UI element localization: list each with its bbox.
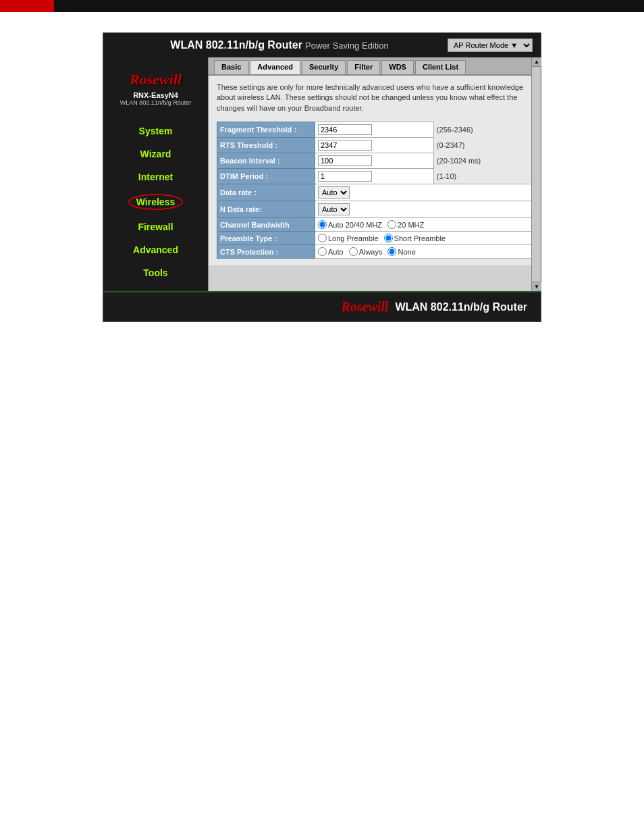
- table-row-channel-bw: Channel Bandwidth Auto 20/40 MHZ: [217, 218, 533, 232]
- channel-bw-20-label[interactable]: 20 MHZ: [387, 220, 424, 229]
- router-ui: WLAN 802.11n/b/g Router Power Saving Edi…: [103, 32, 541, 322]
- preamble-label: Preamble Type :: [217, 232, 315, 245]
- dtim-period-cell: [315, 169, 434, 184]
- channel-bw-group: Auto 20/40 MHZ 20 MHZ: [318, 220, 529, 229]
- nav-wireless-link[interactable]: Wireless: [128, 194, 183, 210]
- device-name: RNX-EasyN4: [103, 91, 208, 99]
- channel-bw-20-radio[interactable]: [387, 220, 396, 229]
- channel-bw-20-text: 20 MHZ: [398, 221, 424, 229]
- dtim-period-input[interactable]: [318, 171, 372, 182]
- channel-bw-auto-text: Auto 20/40 MHZ: [328, 221, 382, 229]
- nav-wizard-link[interactable]: Wizard: [140, 149, 171, 159]
- sidebar-item-internet[interactable]: Internet: [103, 165, 208, 188]
- rts-threshold-label: RTS Threshold :: [217, 138, 315, 153]
- sidebar-item-wizard[interactable]: Wizard: [103, 142, 208, 165]
- channel-bw-auto-label[interactable]: Auto 20/40 MHZ: [318, 220, 382, 229]
- table-row: Beacon Interval : (20-1024 ms): [217, 153, 533, 169]
- cts-always-label[interactable]: Always: [349, 247, 383, 256]
- fragment-threshold-label: Fragment Threshold :: [217, 122, 315, 138]
- nav-internet-link[interactable]: Internet: [138, 172, 173, 182]
- cts-auto-text: Auto: [328, 248, 344, 256]
- tab-filter[interactable]: Filter: [347, 60, 380, 74]
- table-row-n-data-rate: N Data rate: Auto: [217, 201, 533, 218]
- rts-threshold-cell: [315, 138, 434, 153]
- n-data-rate-select[interactable]: Auto: [318, 203, 350, 215]
- sidebar-item-tools[interactable]: Tools: [103, 261, 208, 284]
- rts-threshold-input[interactable]: [318, 140, 372, 151]
- top-bar: [0, 0, 644, 12]
- settings-table: Fragment Threshold : (256-2346) RTS Thre…: [217, 122, 533, 259]
- scroll-up-button[interactable]: ▲: [532, 57, 541, 67]
- fragment-threshold-cell: [315, 122, 434, 138]
- beacon-interval-input[interactable]: [318, 155, 372, 166]
- cts-group: Auto Always None: [318, 247, 529, 256]
- brand-area: Rosewill RNX-EasyN4 WLAN 802.11n/b/g Rou…: [103, 64, 208, 120]
- router-footer: Rosewill WLAN 802.11n/b/g Router: [103, 291, 541, 321]
- sidebar-item-advanced[interactable]: Advanced: [103, 238, 208, 261]
- footer-logo: Rosewill: [341, 299, 388, 315]
- cts-label: CTS Protection :: [217, 245, 315, 259]
- cts-always-radio[interactable]: [349, 247, 358, 256]
- tab-wds[interactable]: WDS: [381, 60, 414, 74]
- beacon-interval-hint: (20-1024 ms): [433, 153, 532, 169]
- sidebar-item-system[interactable]: System: [103, 120, 208, 142]
- sub-title-span: Power Saving Edition: [305, 41, 389, 51]
- fragment-threshold-input[interactable]: [318, 124, 372, 135]
- preamble-long-radio[interactable]: [318, 234, 327, 242]
- preamble-long-text: Long Preamble: [328, 234, 379, 242]
- preamble-short-label[interactable]: Short Preamble: [384, 234, 446, 242]
- cts-auto-label[interactable]: Auto: [318, 247, 344, 256]
- cts-cell: Auto Always None: [315, 245, 533, 259]
- header-title: WLAN 802.11n/b/g Router Power Saving Edi…: [111, 39, 448, 51]
- device-sub: WLAN 802.11n/b/g Router: [103, 99, 208, 106]
- preamble-long-label[interactable]: Long Preamble: [318, 234, 379, 242]
- tabs-bar: Basic Advanced Security Filter WDS Clien…: [209, 57, 541, 76]
- router-body: Rosewill RNX-EasyN4 WLAN 802.11n/b/g Rou…: [103, 57, 541, 291]
- data-rate-select[interactable]: Auto: [318, 186, 350, 199]
- tab-basic[interactable]: Basic: [214, 60, 248, 74]
- router-header: WLAN 802.11n/b/g Router Power Saving Edi…: [103, 33, 541, 57]
- fragment-threshold-hint: (256-2346): [433, 122, 532, 138]
- cts-none-text: None: [398, 248, 415, 256]
- preamble-cell: Long Preamble Short Preamble: [315, 232, 533, 245]
- cts-always-text: Always: [359, 248, 383, 256]
- content-area: Basic Advanced Security Filter WDS Clien…: [208, 57, 541, 291]
- beacon-interval-cell: [315, 153, 434, 169]
- data-rate-cell: Auto: [315, 184, 533, 201]
- dtim-period-hint: (1-10): [433, 169, 532, 184]
- table-row: RTS Threshold : (0-2347): [217, 138, 533, 153]
- nav-system-link[interactable]: System: [139, 126, 173, 136]
- sidebar: Rosewill RNX-EasyN4 WLAN 802.11n/b/g Rou…: [103, 57, 208, 291]
- sidebar-item-wireless[interactable]: Wireless: [103, 188, 208, 215]
- content-body: These settings are only for more technic…: [209, 76, 541, 265]
- scrollbar: ▲ ▼: [531, 57, 541, 291]
- footer-model: WLAN 802.11n/b/g Router: [395, 301, 527, 313]
- nav-tools-link[interactable]: Tools: [143, 267, 167, 278]
- dtim-period-label: DTIM Period :: [217, 169, 315, 184]
- scroll-down-button[interactable]: ▼: [532, 282, 541, 291]
- info-text: These settings are only for more technic…: [217, 82, 533, 113]
- tab-security[interactable]: Security: [302, 60, 346, 74]
- table-row-preamble: Preamble Type : Long Preamble: [217, 232, 533, 245]
- mode-select[interactable]: AP Router Mode ▼: [448, 38, 533, 52]
- top-bar-red: [0, 0, 54, 12]
- nav-advanced-link[interactable]: Advanced: [133, 244, 178, 255]
- sidebar-nav: System Wizard Internet Wireless Firewall: [103, 120, 208, 284]
- main-title-span: WLAN 802.11n/b/g Router: [170, 39, 302, 51]
- tab-clientlist[interactable]: Client List: [415, 60, 466, 74]
- preamble-group: Long Preamble Short Preamble: [318, 234, 529, 242]
- rts-threshold-hint: (0-2347): [433, 138, 532, 153]
- cts-none-radio[interactable]: [387, 247, 396, 256]
- beacon-interval-label: Beacon Interval :: [217, 153, 315, 169]
- n-data-rate-cell: Auto: [315, 201, 533, 218]
- cts-auto-radio[interactable]: [318, 247, 327, 256]
- preamble-short-radio[interactable]: [384, 234, 393, 242]
- table-row-cts: CTS Protection : Auto Always: [217, 245, 533, 259]
- channel-bw-auto-radio[interactable]: [318, 220, 327, 229]
- channel-bw-cell: Auto 20/40 MHZ 20 MHZ: [315, 218, 533, 232]
- tab-advanced[interactable]: Advanced: [250, 60, 300, 74]
- sidebar-item-firewall[interactable]: Firewall: [103, 215, 208, 238]
- nav-firewall-link[interactable]: Firewall: [138, 221, 173, 232]
- table-row-data-rate: Data rate : Auto: [217, 184, 533, 201]
- cts-none-label[interactable]: None: [387, 247, 415, 256]
